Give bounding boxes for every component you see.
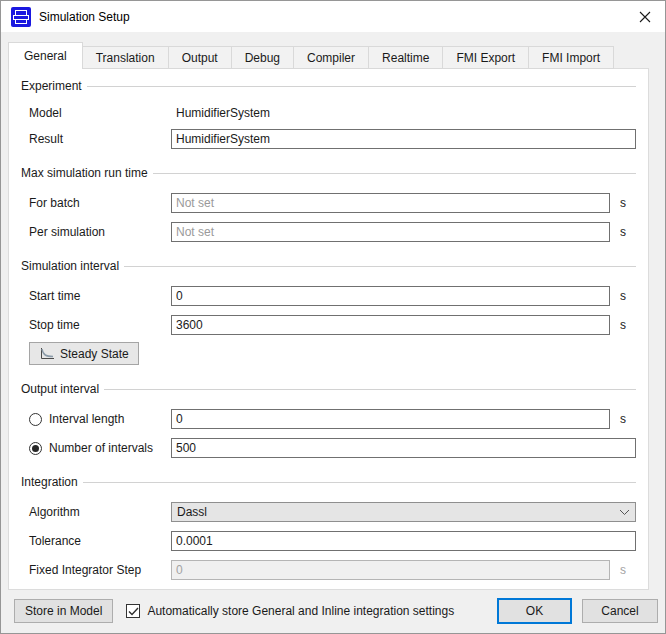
general-tab-page: Experiment Model HumidifierSystem Result…	[8, 68, 649, 590]
tab-output-label: Output	[182, 51, 218, 65]
footer-bar: Store in Model Automatically store Gener…	[1, 590, 666, 634]
stop-time-label: Stop time	[21, 318, 171, 332]
interval-length-row: Interval length s	[21, 409, 636, 429]
experiment-title-text: Experiment	[21, 79, 82, 93]
per-simulation-input[interactable]	[171, 222, 610, 242]
model-value: HumidifierSystem	[171, 106, 636, 120]
model-row: Model HumidifierSystem	[21, 106, 636, 120]
per-simulation-unit: s	[610, 225, 636, 239]
tab-debug-label: Debug	[245, 51, 280, 65]
number-of-intervals-row: Number of intervals	[21, 438, 636, 458]
fixed-step-label: Fixed Integrator Step	[21, 563, 171, 577]
simulation-interval-group-line	[124, 266, 636, 267]
tab-compiler-label: Compiler	[307, 51, 355, 65]
close-button[interactable]	[625, 1, 665, 32]
stop-time-input[interactable]	[171, 315, 610, 335]
for-batch-label: For batch	[21, 196, 171, 210]
tab-compiler[interactable]: Compiler	[293, 46, 369, 69]
output-interval-title-text: Output interval	[21, 382, 99, 396]
steady-state-button-label: Steady State	[60, 347, 129, 361]
tab-realtime-label: Realtime	[382, 51, 429, 65]
algorithm-dropdown[interactable]: Dassl	[171, 502, 636, 522]
tolerance-input[interactable]	[171, 531, 636, 551]
algorithm-label: Algorithm	[21, 505, 171, 519]
simulation-setup-icon	[11, 7, 31, 27]
tab-debug[interactable]: Debug	[231, 46, 294, 69]
model-label: Model	[21, 106, 171, 120]
result-row: Result	[21, 129, 636, 149]
tab-bar: General Translation Output Debug Compile…	[8, 42, 614, 69]
stop-time-row: Stop time s	[21, 315, 636, 335]
experiment-group-title: Experiment	[21, 79, 636, 93]
stop-time-unit: s	[610, 318, 636, 332]
result-input[interactable]	[171, 129, 636, 149]
store-in-model-button[interactable]: Store in Model	[14, 599, 113, 623]
checkmark-icon	[128, 607, 139, 616]
cancel-button[interactable]: Cancel	[582, 599, 658, 623]
simulation-interval-group-title: Simulation interval	[21, 259, 636, 273]
tab-general-label: General	[24, 49, 67, 63]
experiment-group-line	[87, 86, 636, 87]
number-of-intervals-radio[interactable]	[29, 442, 42, 455]
result-label: Result	[21, 132, 171, 146]
ok-button[interactable]: OK	[497, 598, 572, 624]
tolerance-row: Tolerance	[21, 531, 636, 551]
integration-title-text: Integration	[21, 475, 78, 489]
number-of-intervals-label: Number of intervals	[49, 441, 153, 455]
tab-fmi-import-label: FMI Import	[542, 51, 600, 65]
per-simulation-label: Per simulation	[21, 225, 171, 239]
integration-group-title: Integration	[21, 475, 636, 489]
interval-length-radio[interactable]	[29, 413, 42, 426]
tab-translation[interactable]: Translation	[82, 46, 169, 69]
max-run-time-title-text: Max simulation run time	[21, 166, 148, 180]
window-title: Simulation Setup	[39, 10, 130, 24]
tab-fmi-import[interactable]: FMI Import	[528, 46, 614, 69]
tab-translation-label: Translation	[96, 51, 155, 65]
tab-output[interactable]: Output	[168, 46, 232, 69]
for-batch-unit: s	[610, 196, 636, 210]
auto-store-label: Automatically store General and Inline i…	[147, 604, 454, 618]
fixed-step-input	[171, 560, 610, 580]
close-icon	[639, 11, 651, 23]
simulation-interval-title-text: Simulation interval	[21, 259, 119, 273]
chevron-down-icon	[619, 509, 630, 516]
start-time-row: Start time s	[21, 286, 636, 306]
start-time-unit: s	[610, 289, 636, 303]
max-run-time-group-title: Max simulation run time	[21, 166, 636, 180]
tolerance-label: Tolerance	[21, 534, 171, 548]
steady-state-plot-icon	[39, 347, 55, 361]
algorithm-row: Algorithm Dassl	[21, 502, 636, 522]
start-time-input[interactable]	[171, 286, 610, 306]
algorithm-selected-value: Dassl	[177, 505, 619, 519]
simulation-setup-dialog: Simulation Setup General Translation Out…	[0, 0, 666, 634]
tab-general[interactable]: General	[8, 42, 83, 69]
output-interval-group-title: Output interval	[21, 382, 636, 396]
number-of-intervals-input[interactable]	[171, 438, 636, 458]
per-simulation-row: Per simulation s	[21, 222, 636, 242]
interval-length-input[interactable]	[171, 409, 610, 429]
start-time-label: Start time	[21, 289, 171, 303]
integration-group-line	[83, 482, 636, 483]
max-run-time-group-line	[153, 173, 636, 174]
tab-fmi-export-label: FMI Export	[456, 51, 515, 65]
tab-fmi-export[interactable]: FMI Export	[442, 46, 529, 69]
title-bar: Simulation Setup	[1, 1, 665, 32]
fixed-step-unit: s	[610, 563, 636, 577]
auto-store-checkbox[interactable]	[126, 604, 140, 618]
interval-length-label: Interval length	[49, 412, 124, 426]
output-interval-group-line	[104, 389, 636, 390]
steady-state-button[interactable]: Steady State	[29, 342, 139, 365]
for-batch-row: For batch s	[21, 193, 636, 213]
tab-realtime[interactable]: Realtime	[368, 46, 443, 69]
fixed-step-row: Fixed Integrator Step s	[21, 560, 636, 580]
interval-length-unit: s	[610, 412, 636, 426]
for-batch-input[interactable]	[171, 193, 610, 213]
